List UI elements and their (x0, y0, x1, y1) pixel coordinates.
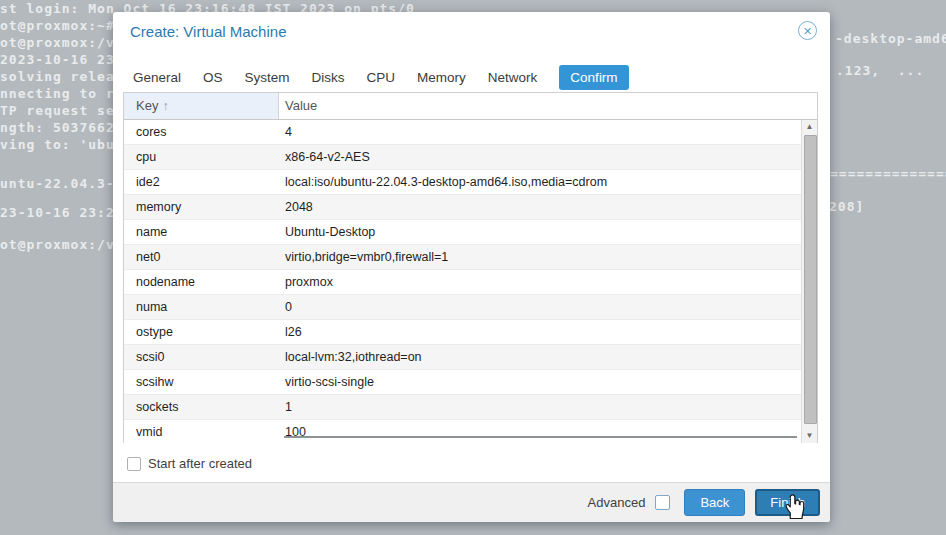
vertical-scrollbar[interactable]: ▲ ▼ (801, 120, 817, 443)
tab-network[interactable]: Network (488, 70, 538, 85)
row-value: 0 (279, 295, 817, 319)
table-row[interactable]: memory2048 (124, 195, 817, 220)
back-button[interactable]: Back (684, 489, 745, 516)
tab-bar: GeneralOSSystemDisksCPUMemoryNetworkConf… (133, 64, 629, 91)
table-row[interactable]: nameUbuntu-Desktop (124, 220, 817, 245)
table-row[interactable]: ide2local:iso/ubuntu-22.04.3-desktop-amd… (124, 170, 817, 195)
terminal-text-line: solving relea (0, 69, 115, 84)
column-header-key[interactable]: Key↑ (124, 93, 279, 119)
table-row[interactable]: scsihwvirtio-scsi-single (124, 370, 817, 395)
table-row[interactable]: ostypel26 (124, 320, 817, 345)
row-value: Ubuntu-Desktop (279, 220, 817, 244)
start-after-created-row: Start after created (127, 456, 252, 471)
table-row[interactable]: sockets1 (124, 395, 817, 420)
scroll-up-icon[interactable]: ▲ (802, 120, 817, 134)
tab-cpu[interactable]: CPU (367, 70, 396, 85)
row-key: cpu (124, 145, 279, 169)
row-value: virtio-scsi-single (279, 370, 817, 394)
advanced-checkbox[interactable] (655, 495, 670, 510)
row-key: vmid (124, 420, 279, 443)
row-value: 100 (279, 420, 817, 443)
advanced-label: Advanced (588, 495, 646, 510)
table-row[interactable]: nodenameproxmox (124, 270, 817, 295)
row-value: 2048 (279, 195, 817, 219)
terminal-text-line: 2023-10-16 23 (0, 52, 115, 67)
tab-confirm[interactable]: Confirm (559, 65, 628, 90)
column-header-value[interactable]: Value (279, 93, 817, 119)
row-value: local:iso/ubuntu-22.04.3-desktop-amd64.i… (279, 170, 817, 194)
row-key: name (124, 220, 279, 244)
table-clip-edge (284, 436, 797, 438)
terminal-text-line: 23-10-16 23:2 (0, 205, 115, 220)
table-row[interactable]: numa0 (124, 295, 817, 320)
row-value: 4 (279, 120, 817, 144)
start-after-created-checkbox[interactable] (127, 457, 141, 471)
row-value: local-lvm:32,iothread=on (279, 345, 817, 369)
row-value: x86-64-v2-AES (279, 145, 817, 169)
row-key: numa (124, 295, 279, 319)
terminal-text-line: ot@proxmox:/v (0, 237, 115, 252)
column-header-key-label: Key (136, 98, 158, 113)
row-key: cores (124, 120, 279, 144)
row-key: ide2 (124, 170, 279, 194)
terminal-text-line: -desktop-amd64 (835, 31, 946, 46)
row-value: l26 (279, 320, 817, 344)
terminal-text-line: 208] (829, 199, 864, 214)
table-row[interactable]: vmid100 (124, 420, 817, 443)
dialog-title: Create: Virtual Machine (130, 23, 286, 40)
terminal-text-line: ngth: 5037662 (0, 120, 115, 135)
terminal-text-line: untu-22.04.3- (0, 176, 115, 191)
terminal-text-line: ot@proxmox:/v (0, 35, 115, 50)
create-vm-dialog: Create: Virtual Machine ✕ GeneralOSSyste… (113, 12, 830, 522)
row-value: 1 (279, 395, 817, 419)
terminal-text-line: ot@proxmox:~# (0, 18, 115, 33)
row-key: scsihw (124, 370, 279, 394)
confirm-settings-table: Key↑ Value cores4cpux86-64-v2-AESide2loc… (123, 92, 818, 443)
column-header-value-label: Value (285, 98, 317, 113)
table-row[interactable]: cpux86-64-v2-AES (124, 145, 817, 170)
finish-button[interactable]: Finish (755, 489, 820, 516)
table-row[interactable]: cores4 (124, 120, 817, 145)
row-key: net0 (124, 245, 279, 269)
dialog-footer: Advanced Back Finish (113, 482, 830, 522)
row-value: proxmox (279, 270, 817, 294)
terminal-text-line: TP request se (0, 103, 115, 118)
tab-system[interactable]: System (245, 70, 290, 85)
row-key: memory (124, 195, 279, 219)
row-key: scsi0 (124, 345, 279, 369)
table-row[interactable]: net0virtio,bridge=vmbr0,firewall=1 (124, 245, 817, 270)
row-value: virtio,bridge=vmbr0,firewall=1 (279, 245, 817, 269)
start-after-created-label: Start after created (148, 456, 252, 471)
tab-disks[interactable]: Disks (312, 70, 345, 85)
close-icon[interactable]: ✕ (798, 21, 817, 40)
table-row[interactable]: scsi0local-lvm:32,iothread=on (124, 345, 817, 370)
terminal-text-line: .123, ... (836, 63, 924, 78)
scrollbar-thumb[interactable] (804, 135, 817, 424)
sort-ascending-icon: ↑ (162, 99, 168, 113)
terminal-text-line: nnecting to r (0, 86, 115, 101)
row-key: ostype (124, 320, 279, 344)
table-body: cores4cpux86-64-v2-AESide2local:iso/ubun… (124, 120, 817, 443)
tab-memory[interactable]: Memory (417, 70, 466, 85)
row-key: nodename (124, 270, 279, 294)
terminal-text-line: ================ (830, 166, 946, 181)
terminal-text-line: ving to: 'ubu (0, 137, 115, 152)
tab-general[interactable]: General (133, 70, 181, 85)
scroll-down-icon[interactable]: ▼ (802, 429, 817, 443)
table-header-row: Key↑ Value (124, 93, 817, 120)
tab-os[interactable]: OS (203, 70, 223, 85)
row-key: sockets (124, 395, 279, 419)
